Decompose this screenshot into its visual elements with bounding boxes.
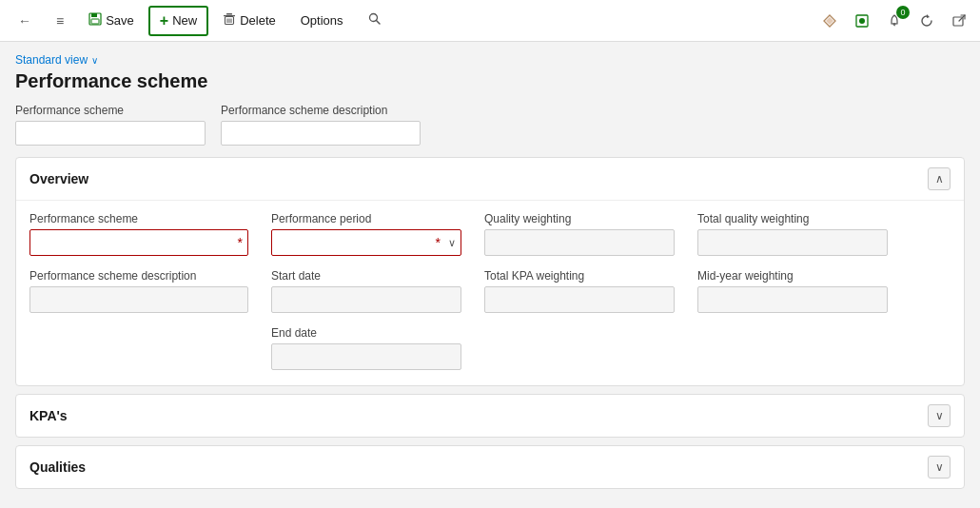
- total-quality-label: Total quality weighting: [697, 212, 888, 225]
- extension-icon-btn[interactable]: [849, 8, 875, 34]
- total-kpa-label: Total KPA weighting: [484, 269, 675, 283]
- svg-point-14: [859, 18, 865, 24]
- end-date-input[interactable]: [271, 343, 461, 370]
- options-label: Options: [301, 13, 343, 28]
- perf-period-input[interactable]: [271, 229, 461, 256]
- svg-line-16: [893, 25, 895, 26]
- overview-grid: Performance scheme * Performance period …: [29, 212, 951, 313]
- mid-year-field: Mid-year weighting 0: [697, 269, 888, 313]
- description-input[interactable]: [221, 121, 421, 146]
- save-button[interactable]: Save: [78, 6, 145, 36]
- breadcrumb-label: Standard view: [15, 53, 88, 67]
- kpa-collapse-icon: ∨: [935, 409, 944, 422]
- perf-period-input-wrap: * ∨: [271, 229, 461, 256]
- total-quality-field: Total quality weighting 0: [697, 212, 888, 256]
- delete-label: Delete: [240, 13, 276, 28]
- scheme-label: Performance scheme: [15, 104, 206, 117]
- save-icon: [88, 12, 102, 29]
- svg-rect-4: [226, 13, 232, 15]
- overview-body: Performance scheme * Performance period …: [16, 200, 964, 385]
- overview-section: Overview ∧ Performance scheme * Perfor: [15, 157, 965, 386]
- perf-scheme-input-wrap: *: [29, 229, 248, 256]
- delete-button[interactable]: Delete: [212, 6, 286, 36]
- toolbar-right: 0: [816, 8, 972, 34]
- qualities-header[interactable]: Qualities ∨: [16, 446, 964, 488]
- perf-desc-input[interactable]: [29, 286, 248, 313]
- svg-marker-17: [927, 14, 930, 18]
- external-btn[interactable]: [946, 8, 972, 34]
- perf-period-field: Performance period * ∨: [271, 212, 461, 256]
- mid-year-label: Mid-year weighting: [697, 269, 888, 283]
- search-icon: [368, 12, 382, 29]
- quality-weighting-label: Quality weighting: [484, 212, 675, 225]
- page-title: Performance scheme: [15, 70, 965, 92]
- total-quality-input[interactable]: 0: [697, 229, 888, 256]
- breadcrumb-chevron: ∨: [91, 55, 98, 66]
- kpa-section: KPA's ∨: [15, 394, 965, 438]
- description-field-group: Performance scheme description: [221, 104, 421, 146]
- start-date-input[interactable]: [271, 286, 461, 313]
- qualities-title: Qualities: [29, 459, 86, 475]
- svg-line-10: [376, 21, 380, 25]
- overview-collapse-icon: ∧: [935, 172, 944, 186]
- refresh-btn[interactable]: [913, 8, 940, 34]
- start-date-field: Start date: [271, 269, 461, 313]
- overview-collapse-btn[interactable]: ∧: [928, 167, 951, 190]
- delete-icon: [223, 12, 236, 29]
- svg-line-19: [959, 15, 965, 21]
- overview-title: Overview: [29, 171, 88, 186]
- perf-desc-label: Performance scheme description: [29, 269, 248, 283]
- mid-year-input[interactable]: 0: [697, 286, 888, 313]
- new-icon: +: [160, 12, 168, 29]
- menu-icon: ≡: [56, 13, 64, 29]
- diamond-icon-btn[interactable]: [816, 8, 843, 34]
- total-kpa-input[interactable]: 0: [484, 286, 675, 313]
- kpa-collapse-btn[interactable]: ∨: [928, 404, 951, 427]
- quality-weighting-input[interactable]: 0: [484, 229, 675, 256]
- qualities-section: Qualities ∨: [15, 445, 965, 489]
- back-icon: ←: [18, 13, 31, 29]
- end-date-field: End date: [271, 326, 461, 370]
- notification-badge: 0: [881, 8, 908, 34]
- kpa-header[interactable]: KPA's ∨: [16, 395, 964, 437]
- menu-button[interactable]: ≡: [46, 6, 74, 36]
- new-label: New: [172, 13, 197, 28]
- qualities-collapse-icon: ∨: [935, 460, 944, 474]
- description-label: Performance scheme description: [221, 104, 421, 117]
- breadcrumb[interactable]: Standard view ∨: [15, 53, 965, 67]
- options-button[interactable]: Options: [290, 6, 354, 36]
- scheme-input[interactable]: [15, 121, 206, 146]
- top-fields: Performance scheme Performance scheme de…: [15, 104, 965, 146]
- back-button[interactable]: ←: [8, 6, 42, 36]
- qualities-collapse-btn[interactable]: ∨: [928, 456, 951, 479]
- page-content: Standard view ∨ Performance scheme Perfo…: [0, 42, 980, 508]
- svg-rect-2: [91, 19, 99, 24]
- start-date-label: Start date: [271, 269, 461, 283]
- perf-desc-field: Performance scheme description: [29, 269, 248, 313]
- quality-weighting-field: Quality weighting 0: [484, 212, 675, 256]
- scheme-field-group: Performance scheme: [15, 104, 206, 146]
- svg-rect-1: [91, 13, 97, 17]
- perf-scheme-input[interactable]: [29, 229, 248, 256]
- kpa-title: KPA's: [29, 408, 68, 423]
- search-button[interactable]: [358, 6, 392, 36]
- total-kpa-field: Total KPA weighting 0: [484, 269, 675, 313]
- toolbar: ← ≡ Save + New Delet: [0, 0, 980, 42]
- perf-scheme-label: Performance scheme: [29, 212, 248, 225]
- perf-period-label: Performance period: [271, 212, 461, 225]
- perf-scheme-field: Performance scheme *: [29, 212, 248, 256]
- save-label: Save: [106, 13, 134, 28]
- end-date-label: End date: [271, 326, 461, 340]
- overview-header[interactable]: Overview ∧: [16, 158, 964, 200]
- new-button[interactable]: + New: [148, 6, 208, 36]
- notification-count: 0: [896, 6, 910, 19]
